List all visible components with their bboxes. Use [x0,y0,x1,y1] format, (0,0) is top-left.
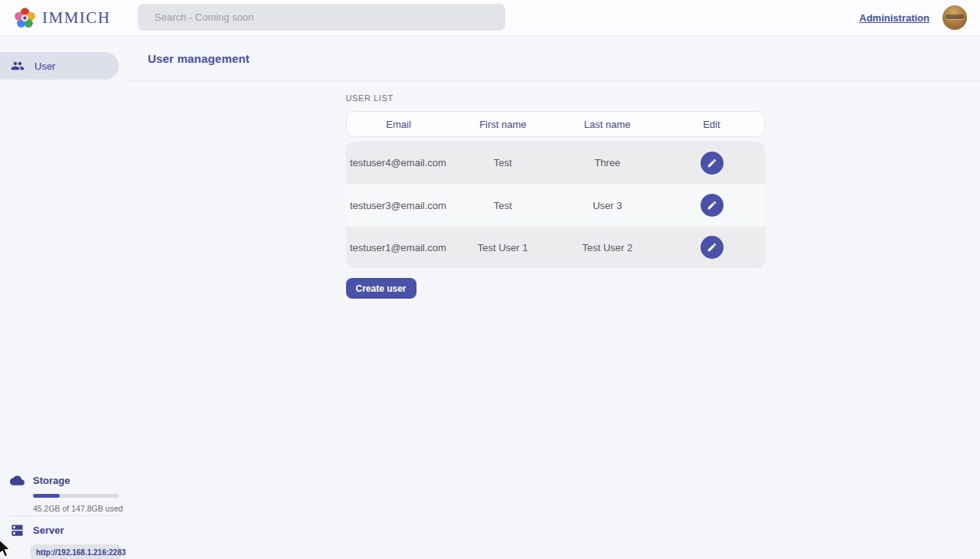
server-icon [10,523,24,538]
edit-user-button[interactable] [701,236,724,259]
cell-first-name: Test [450,157,555,168]
sidebar-item-label: User [34,60,55,72]
user-list-container: USER LIST EmailFirst nameLast nameEdit t… [346,93,765,299]
storage-section: Storage 45.2GB of 147.8GB used [0,473,130,513]
cell-last-name: Three [555,157,660,168]
column-header: Email [347,119,451,130]
top-bar: IMMICH Administration [0,0,980,36]
user-table: testuser4@email.com Test Three testuser3… [346,142,765,268]
cell-email: testuser1@email.com [346,242,451,253]
storage-header: Storage [0,473,130,488]
storage-progress-bar [33,494,119,498]
table-header-row: EmailFirst nameLast nameEdit [346,111,765,137]
pencil-icon [707,200,717,211]
content-area: USER LIST EmailFirst nameLast nameEdit t… [130,81,980,299]
pencil-icon [707,242,717,253]
search-bar[interactable] [138,4,505,31]
create-user-button[interactable]: Create user [346,278,416,299]
sidebar-item-user[interactable]: User [0,52,119,80]
cell-first-name: Test User 1 [450,242,555,253]
topbar-right: Administration [859,5,980,30]
sidebar: User Storage 45.2GB of 147.8GB used Serv… [0,36,130,559]
column-header: Edit [659,119,763,130]
cell-first-name: Test [450,200,555,211]
sidebar-divider [9,515,119,516]
edit-user-button[interactable] [701,194,724,217]
server-url-chip: http://192.168.1.216:2283 [31,544,121,559]
cell-last-name: User 3 [555,200,660,211]
cell-edit [660,194,765,217]
storage-progress-fill [33,494,60,498]
cell-edit [660,152,765,175]
administration-link[interactable]: Administration [859,12,929,24]
immich-logo-icon [14,7,36,29]
storage-usage-text: 45.2GB of 147.8GB used [33,504,130,513]
section-label: USER LIST [346,93,765,103]
server-title: Server [33,525,64,536]
cloud-icon [10,473,24,488]
column-header: Last name [555,119,659,130]
brand[interactable]: IMMICH [0,7,124,29]
server-header: Server [0,523,130,538]
users-icon [11,59,24,73]
storage-title: Storage [33,475,70,486]
table-row: testuser1@email.com Test User 1 Test Use… [346,226,765,268]
cell-last-name: Test User 2 [555,242,660,253]
server-section: Server http://192.168.1.216:2283 Status … [0,523,130,559]
table-row: testuser4@email.com Test Three [346,142,765,184]
user-avatar[interactable] [942,5,967,30]
pencil-icon [707,158,717,168]
cell-email: testuser4@email.com [346,157,451,168]
page-title: User management [148,52,250,65]
search-input[interactable] [138,4,505,31]
main-content: User management USER LIST EmailFirst nam… [130,36,980,559]
table-row: testuser3@email.com Test User 3 [346,184,765,226]
cell-email: testuser3@email.com [346,200,451,211]
edit-user-button[interactable] [701,152,724,175]
cell-edit [660,236,765,259]
page-header: User management [130,36,980,81]
brand-name: IMMICH [42,8,111,28]
column-header: First name [451,119,555,130]
